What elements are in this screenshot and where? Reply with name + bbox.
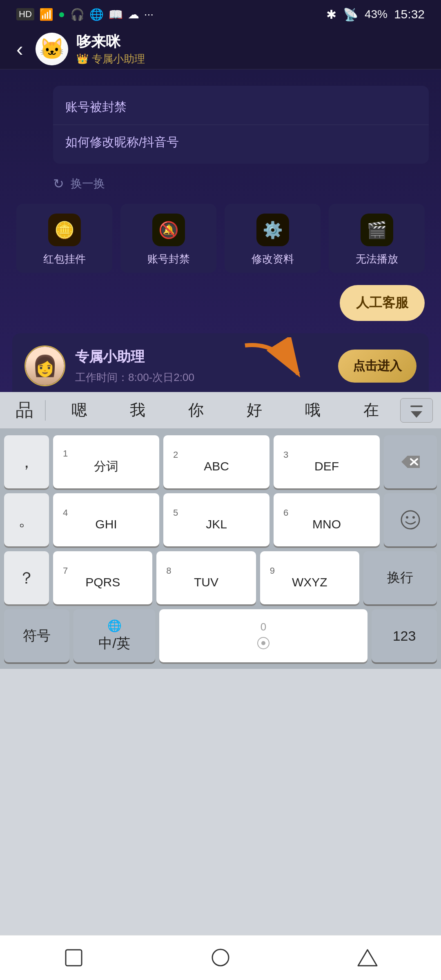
key-pqrs[interactable]: 7 PQRS (53, 551, 152, 604)
key-num-3: 3 (283, 450, 288, 459)
quick-reply-list: 账号被封禁 如何修改昵称/抖音号 (53, 86, 429, 164)
enter-button[interactable]: 点击进入 (338, 350, 416, 383)
collapse-keyboard-button[interactable] (400, 398, 433, 423)
human-service-button[interactable]: 人工客服 (340, 285, 425, 321)
nav-circle-icon[interactable] (206, 944, 235, 972)
svg-rect-1 (410, 405, 423, 407)
keyboard-row-2: 。 4 GHI 5 JKL 6 MNO (4, 493, 437, 546)
key-wxyz[interactable]: 9 WXYZ (260, 551, 359, 604)
punct-key-comma[interactable]: ， (4, 435, 49, 488)
keyboard-area: 品 嗯 我 你 好 哦 在 ， 1 分词 2 ABC (0, 392, 441, 935)
num-key[interactable]: 123 (372, 609, 437, 662)
space-key[interactable]: 0 (159, 609, 368, 662)
human-service-bubble: 人工客服 (12, 285, 429, 321)
key-num-2: 2 (173, 450, 178, 459)
wechat-icon: ● (58, 8, 65, 21)
svg-point-11 (212, 949, 229, 966)
hd-icon: HD (16, 8, 34, 20)
key-label-fenCi: 分词 (94, 458, 118, 475)
back-button[interactable]: ‹ (12, 33, 27, 65)
category-label-3: 无法播放 (356, 252, 398, 266)
svg-marker-2 (411, 411, 422, 418)
key-num-9: 9 (270, 566, 275, 575)
suggest-divider-1 (45, 400, 46, 421)
category-grid: 🪙 红包挂件 🔕 账号封禁 ⚙️ 修改资料 🎬 无法播放 (12, 204, 429, 273)
suggest-word-1[interactable]: 我 (108, 396, 167, 425)
key-num-6: 6 (283, 508, 288, 517)
bot-name: 哆来咪 (76, 32, 145, 52)
grid-icon[interactable]: 品 (8, 394, 41, 427)
key-jkl[interactable]: 5 JKL (163, 493, 270, 546)
suggest-word-2[interactable]: 你 (167, 396, 225, 425)
category-icon-2: ⚙️ (256, 214, 289, 246)
read-icon: 📖 (109, 8, 123, 21)
category-btn-1[interactable]: 🔕 账号封禁 (120, 204, 216, 273)
key-label-wxyz: WXYZ (292, 575, 327, 589)
woman-avatar-img: 👩 (26, 347, 64, 385)
nav-triangle-icon[interactable] (353, 944, 382, 972)
bot-subtitle: 👑 专属小助理 (76, 52, 145, 66)
signal-icon: 📶 (39, 8, 53, 21)
category-btn-3[interactable]: 🎬 无法播放 (329, 204, 425, 273)
key-num-5: 5 (173, 508, 178, 517)
key-label-abc: ABC (204, 459, 229, 473)
key-fenCi[interactable]: 1 分词 (53, 435, 159, 488)
key-abc[interactable]: 2 ABC (163, 435, 270, 488)
chat-header: ‹ 🐱 哆来咪 👑 专属小助理 (0, 29, 441, 69)
suggest-word-4[interactable]: 哦 (283, 396, 342, 425)
category-label-2: 修改资料 (252, 252, 294, 266)
nav-square-icon[interactable] (59, 944, 88, 972)
lang-key[interactable]: 🌐 中/英 (74, 609, 155, 662)
suggest-word-3[interactable]: 好 (225, 396, 283, 425)
svg-marker-12 (358, 950, 377, 966)
keyboard-bottom-row: 符号 🌐 中/英 0 123 (4, 609, 437, 662)
crown-icon: 👑 (76, 53, 89, 65)
refresh-row[interactable]: ↻ 换一换 (53, 176, 429, 192)
bluetooth-icon: ✱ (326, 7, 336, 22)
symbol-key[interactable]: 符号 (4, 609, 69, 662)
header-info: 哆来咪 👑 专属小助理 (76, 32, 145, 66)
keyboard-main: ， 1 分词 2 ABC 3 DEF (0, 429, 441, 669)
battery-percent: 43% (365, 8, 388, 21)
key-num-1: 1 (63, 449, 68, 458)
space-num-label: 0 (261, 621, 266, 633)
key-label-def: DEF (314, 459, 339, 473)
category-btn-2[interactable]: ⚙️ 修改资料 (225, 204, 321, 273)
key-num-7: 7 (63, 566, 68, 575)
key-def[interactable]: 3 DEF (274, 435, 380, 488)
status-bar: HD 📶 ● 🎧 🌐 📖 ☁ ··· ✱ 📡 43% 15:32 (0, 0, 441, 29)
category-icon-3: 🎬 (361, 214, 393, 246)
word-suggestions-bar: 品 嗯 我 你 好 哦 在 (0, 392, 441, 429)
key-tuv[interactable]: 8 TUV (156, 551, 256, 604)
quick-reply-item-2[interactable]: 如何修改昵称/抖音号 (53, 125, 429, 160)
key-ghi[interactable]: 4 GHI (53, 493, 159, 546)
punct-key-period[interactable]: 。 (4, 493, 49, 546)
emoji-key[interactable] (384, 493, 437, 546)
suggest-word-0[interactable]: 嗯 (50, 396, 108, 425)
key-label-tuv: TUV (194, 575, 218, 589)
key-label-ghi: GHI (95, 517, 117, 531)
punct-key-question[interactable]: ？ (4, 551, 49, 604)
quick-reply-item-1[interactable]: 账号被封禁 (53, 90, 429, 125)
assistant-card: 👩 专属小助理 工作时间：8:00-次日2:00 点击进入 (12, 333, 429, 396)
assistant-avatar: 👩 (24, 345, 65, 386)
svg-point-7 (412, 516, 415, 519)
key-label-jkl: JKL (206, 517, 227, 531)
keyboard-row-1: ， 1 分词 2 ABC 3 DEF (4, 435, 437, 488)
assistant-card-wrapper: 👩 专属小助理 工作时间：8:00-次日2:00 点击进入 (12, 333, 429, 396)
delete-key[interactable] (384, 435, 437, 488)
enter-newline-key[interactable]: 换行 (363, 551, 437, 604)
bot-header-avatar: 🐱 (36, 33, 68, 65)
category-btn-0[interactable]: 🪙 红包挂件 (16, 204, 112, 273)
key-label-mno: MNO (312, 517, 341, 531)
chat-area: 账号被封禁 如何修改昵称/抖音号 ↻ 换一换 🪙 红包挂件 🔕 账号封禁 ⚙️ … (0, 69, 441, 396)
keyboard-row-3: ？ 7 PQRS 8 TUV 9 WXYZ 换行 (4, 551, 437, 604)
key-num-8: 8 (166, 566, 171, 575)
suggest-word-5[interactable]: 在 (342, 396, 400, 425)
refresh-label: 换一换 (71, 176, 105, 192)
svg-point-5 (401, 511, 419, 529)
wifi-signal-icon: 📡 (343, 7, 358, 22)
key-mno[interactable]: 6 MNO (274, 493, 380, 546)
svg-rect-10 (66, 950, 82, 966)
globe-icon: 🌐 (107, 619, 122, 633)
